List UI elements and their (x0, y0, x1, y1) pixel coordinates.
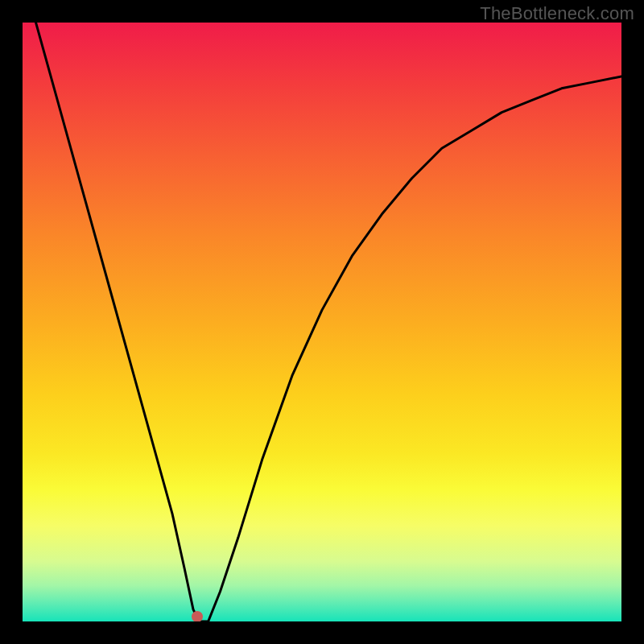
watermark-text: TheBottleneck.com (480, 3, 634, 24)
minimum-marker (192, 611, 203, 621)
chart-frame: TheBottleneck.com (0, 0, 644, 644)
bottleneck-curve (23, 23, 621, 621)
plot-area (23, 23, 621, 621)
